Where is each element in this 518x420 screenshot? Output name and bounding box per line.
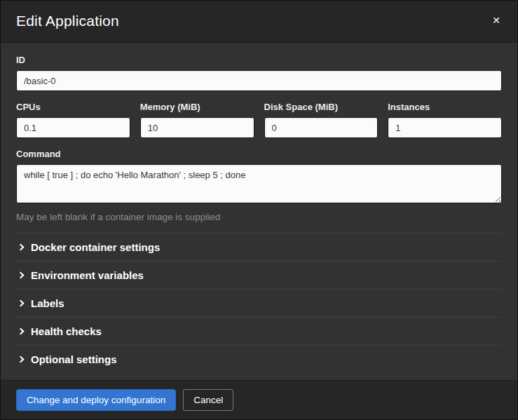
modal-title: Edit Application <box>16 13 119 29</box>
chevron-right-icon <box>18 244 25 251</box>
resources-row: CPUs Memory (MiB) Disk Space (MiB) Insta… <box>16 102 502 138</box>
disk-label: Disk Space (MiB) <box>264 102 379 112</box>
command-label: Command <box>16 149 502 159</box>
edit-application-modal: Edit Application ✕ ID CPUs Memory (MiB) … <box>0 0 518 420</box>
accordion: Docker container settings Environment va… <box>16 233 502 373</box>
instances-label: Instances <box>388 102 502 112</box>
instances-field-group: Instances <box>388 102 502 138</box>
section-label: Environment variables <box>31 269 144 281</box>
id-label: ID <box>16 55 502 65</box>
section-health-checks[interactable]: Health checks <box>16 317 502 345</box>
command-textarea[interactable]: while [ true ] ; do echo 'Hello Marathon… <box>16 164 502 203</box>
section-label: Labels <box>31 297 64 309</box>
disk-field-group: Disk Space (MiB) <box>264 102 379 138</box>
command-field-group: Command while [ true ] ; do echo 'Hello … <box>16 149 502 206</box>
command-help-text: May be left blank if a container image i… <box>16 212 502 222</box>
cancel-button[interactable]: Cancel <box>183 389 233 412</box>
id-field-group: ID <box>16 55 502 91</box>
section-label: Health checks <box>31 325 102 337</box>
section-label: Optional settings <box>31 353 117 365</box>
section-label: Docker container settings <box>31 241 160 253</box>
section-docker-container-settings[interactable]: Docker container settings <box>16 233 502 261</box>
cpus-label: CPUs <box>16 102 130 112</box>
memory-field-group: Memory (MiB) <box>140 102 254 138</box>
id-input[interactable] <box>16 70 502 91</box>
section-labels[interactable]: Labels <box>16 289 502 317</box>
change-and-deploy-button[interactable]: Change and deploy configuration <box>16 389 176 412</box>
modal-footer: Change and deploy configuration Cancel <box>1 380 517 420</box>
chevron-right-icon <box>18 356 25 363</box>
section-optional-settings[interactable]: Optional settings <box>16 345 502 373</box>
instances-input[interactable] <box>388 117 502 138</box>
cpus-input[interactable] <box>16 117 130 138</box>
chevron-right-icon <box>18 300 25 307</box>
section-environment-variables[interactable]: Environment variables <box>16 261 502 289</box>
memory-label: Memory (MiB) <box>140 102 254 112</box>
disk-input[interactable] <box>264 117 379 138</box>
modal-body: ID CPUs Memory (MiB) Disk Space (MiB) In… <box>1 43 517 380</box>
chevron-right-icon <box>18 272 25 279</box>
memory-input[interactable] <box>140 117 254 138</box>
chevron-right-icon <box>18 328 25 335</box>
cpus-field-group: CPUs <box>16 102 130 138</box>
close-icon[interactable]: ✕ <box>491 13 502 28</box>
modal-header: Edit Application ✕ <box>1 1 517 43</box>
